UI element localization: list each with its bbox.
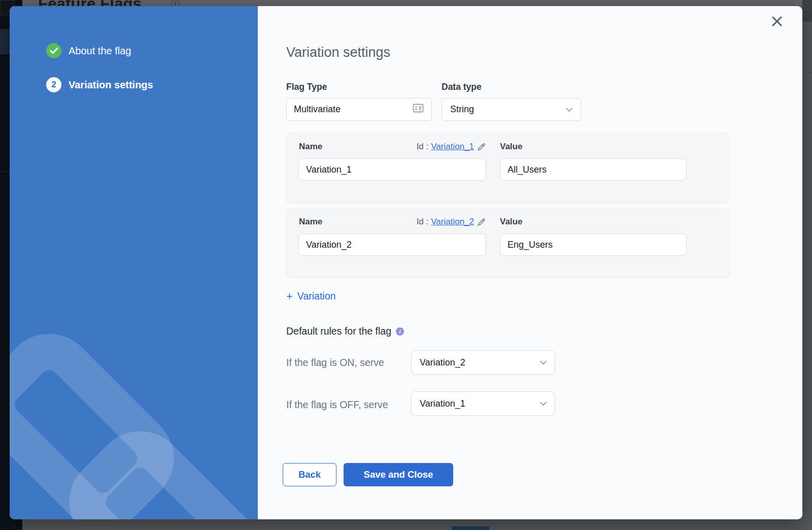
default-rules-title: Default rules for the flag <box>286 325 391 337</box>
flag-wizard-modal: About the flag 2 Variation settings Vari… <box>10 6 802 519</box>
wizard-step-about-the-flag[interactable]: About the flag <box>46 43 131 58</box>
variation-name-input[interactable] <box>298 234 486 256</box>
chevron-down-icon <box>540 358 547 367</box>
flag-on-select[interactable]: Variation_2 <box>411 350 555 375</box>
background-page-header: Feature Flags i <box>0 0 812 6</box>
id-prefix: Id : <box>417 142 429 152</box>
back-button[interactable]: Back <box>283 463 336 486</box>
data-type-label: Data type <box>442 82 482 92</box>
data-type-select[interactable]: String <box>442 98 581 121</box>
value-label: Value <box>500 217 522 227</box>
close-icon[interactable] <box>769 14 785 29</box>
data-type-value: String <box>450 104 474 115</box>
divider <box>802 21 812 22</box>
variation-card: Name Id : Variation_2 Value <box>286 208 729 278</box>
wizard-step-label: About the flag <box>69 45 131 57</box>
value-label: Value <box>500 142 522 152</box>
info-icon[interactable]: i <box>396 327 404 336</box>
footer-actions: Back Save and Close <box>283 463 453 486</box>
variation-name-input[interactable] <box>298 158 486 181</box>
variation-id-link[interactable]: Variation_1 <box>431 142 474 152</box>
wizard-sidebar: About the flag 2 Variation settings <box>10 6 258 519</box>
variation-settings-panel: Variation settings Flag Type Data type M… <box>258 6 802 519</box>
divider <box>802 72 812 73</box>
screen: Feature Flags i About the flag 2 Variati… <box>0 0 812 530</box>
edit-pencil-icon[interactable] <box>477 217 486 227</box>
variation-id-row: Id : Variation_2 <box>298 217 486 227</box>
background-scrim-bottom <box>0 519 812 530</box>
id-prefix: Id : <box>417 217 429 227</box>
flag-type-label: Flag Type <box>286 82 327 92</box>
chevron-down-icon <box>566 105 572 114</box>
flag-on-value: Variation_2 <box>420 357 465 368</box>
wizard-step-variation-settings[interactable]: 2 Variation settings <box>46 77 153 92</box>
default-rules-header: Default rules for the flag i <box>286 325 404 337</box>
variation-id-row: Id : Variation_1 <box>298 142 486 152</box>
flag-off-select[interactable]: Variation_1 <box>411 391 555 416</box>
chevron-down-icon <box>540 399 547 408</box>
check-icon <box>46 43 61 58</box>
panel-title: Variation settings <box>286 45 390 60</box>
variation-value-input[interactable] <box>500 158 687 181</box>
variation-id-link[interactable]: Variation_2 <box>431 217 474 227</box>
step-number-badge: 2 <box>46 77 61 92</box>
plus-icon: + <box>286 291 293 302</box>
flag-type-field: Multivariate <box>286 98 432 121</box>
multivariate-card-icon <box>412 102 424 117</box>
save-and-close-button[interactable]: Save and Close <box>344 463 453 486</box>
edit-pencil-icon[interactable] <box>477 142 486 152</box>
flag-off-label: If the flag is OFF, serve <box>286 398 405 412</box>
background-scrim-right-top <box>802 0 812 21</box>
wizard-step-label: Variation settings <box>69 79 153 91</box>
flag-type-value: Multivariate <box>294 104 341 115</box>
background-scrim-right <box>802 0 812 530</box>
add-variation-label: Variation <box>297 290 336 302</box>
add-variation-button[interactable]: + Variation <box>286 290 335 302</box>
flag-on-label: If the flag is ON, serve <box>286 356 405 370</box>
variation-card: Name Id : Variation_1 Value <box>286 133 729 203</box>
background-button <box>452 526 489 530</box>
variation-value-input[interactable] <box>500 234 687 256</box>
flag-off-value: Variation_1 <box>420 399 465 409</box>
